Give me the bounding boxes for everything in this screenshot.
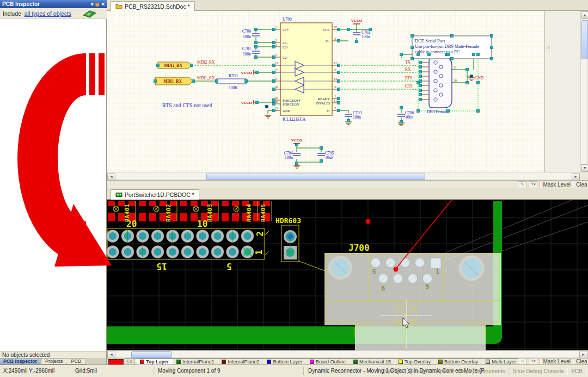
selection-handle[interactable]	[419, 71, 422, 73]
selection-handle[interactable]	[255, 28, 258, 31]
selection-handle[interactable]	[273, 99, 275, 102]
selection-handle[interactable]	[338, 88, 340, 91]
selection-handle[interactable]	[266, 106, 268, 108]
pcb-mask-level-button[interactable]: Mask Level	[543, 359, 571, 364]
selection-handle[interactable]	[419, 94, 422, 96]
selection-handle[interactable]	[400, 121, 403, 123]
selection-handle[interactable]	[256, 71, 259, 74]
panel-tab-pcb[interactable]: PCB	[66, 358, 87, 364]
panel-button-pcb[interactable]: PCB	[568, 368, 586, 374]
selection-handle[interactable]	[411, 58, 414, 60]
selection-handle[interactable]	[192, 80, 195, 83]
selection-handle[interactable]	[447, 110, 450, 113]
selection-handle[interactable]	[451, 58, 454, 60]
panel-tab-projects[interactable]: Projects	[40, 358, 68, 364]
pcb-scroll-left-icon[interactable]: ◄	[107, 351, 115, 359]
selection-handle[interactable]	[400, 107, 403, 109]
selection-handle[interactable]	[273, 41, 275, 44]
selection-handle[interactable]	[491, 46, 493, 49]
selection-handle[interactable]	[477, 53, 480, 56]
selection-handle[interactable]	[451, 35, 454, 38]
note-text-frame[interactable]: DCE Serial PortUse pin-for-pin DB9 Male-…	[412, 36, 492, 59]
panel-button-design-compiler[interactable]: Design Compiler	[407, 368, 454, 374]
selection-handle[interactable]	[320, 160, 323, 163]
selection-handle[interactable]	[191, 64, 193, 67]
include-scope-link[interactable]: all types of objects	[24, 10, 71, 17]
selection-handle[interactable]	[273, 80, 275, 83]
selection-handle[interactable]	[466, 82, 469, 84]
sch-document-tab[interactable]: PCB_RS2321D.SchDoc *	[111, 1, 195, 11]
selection-handle[interactable]	[255, 46, 258, 48]
selection-handle[interactable]	[419, 75, 422, 78]
selection-handle[interactable]	[338, 102, 340, 104]
selection-handle[interactable]	[447, 53, 450, 56]
selection-handle[interactable]	[245, 80, 248, 83]
panel-button-instruments[interactable]: Instruments	[473, 368, 508, 374]
component-hdr603[interactable]: HDR603	[275, 217, 301, 262]
selection-handle[interactable]	[255, 56, 258, 59]
pcb-clear-button[interactable]: Clear	[576, 359, 587, 364]
selection-handle[interactable]	[428, 53, 431, 56]
selection-handle[interactable]	[338, 71, 340, 74]
pcb-hscroll-thumb[interactable]	[131, 351, 171, 358]
selection-handle[interactable]	[320, 147, 323, 150]
panel-tab-pcb-inspector[interactable]: PCB Inspector	[0, 358, 42, 364]
selection-handle[interactable]	[338, 80, 340, 83]
sch-scroll-down-icon[interactable]: ▼	[581, 164, 588, 172]
selection-handle[interactable]	[419, 66, 422, 69]
selection-handle[interactable]	[338, 97, 340, 100]
selection-handle[interactable]	[338, 64, 340, 67]
selection-handle[interactable]	[338, 109, 340, 112]
schematic-canvas[interactable]: 3U700ICL3221ECA1345131211101618151621781…	[107, 11, 588, 172]
selection-handle[interactable]	[347, 28, 350, 31]
selection-handle[interactable]	[419, 84, 422, 87]
selection-handle[interactable]	[419, 89, 422, 92]
sch-filter-icon[interactable]: Y▾	[529, 181, 537, 188]
header-connector[interactable]: 201015521	[107, 219, 269, 271]
db9-pad-1[interactable]	[431, 258, 441, 268]
selection-handle[interactable]	[338, 28, 340, 31]
panel-button-system[interactable]: System	[381, 368, 405, 374]
selection-handle[interactable]	[419, 80, 422, 83]
selection-handle[interactable]	[347, 120, 350, 122]
sch-mask-level-button[interactable]: Mask Level	[543, 182, 571, 188]
sch-vscrollbar[interactable]: ▲ ▼	[580, 11, 588, 172]
selection-handle[interactable]	[256, 101, 259, 104]
selection-handle[interactable]	[470, 75, 473, 78]
selection-handle[interactable]	[369, 28, 372, 31]
selection-handle[interactable]	[417, 110, 420, 113]
selection-handle[interactable]	[273, 88, 275, 91]
sch-hscrollbar[interactable]: ◄ ►	[107, 172, 580, 180]
selection-handle[interactable]	[273, 46, 275, 48]
selection-handle[interactable]	[491, 58, 493, 60]
selection-handle[interactable]	[356, 40, 358, 43]
selection-handle[interactable]	[273, 103, 275, 106]
selection-handle[interactable]	[273, 56, 275, 59]
selection-handle[interactable]	[411, 35, 414, 38]
selection-handle[interactable]	[273, 28, 275, 31]
sch-vscroll-thumb[interactable]	[581, 20, 588, 59]
selection-handle[interactable]	[157, 64, 160, 67]
selection-handle[interactable]	[411, 46, 414, 49]
pcb-inspector-panel-header[interactable]: PCB Inspector ▾ ◉ ✕	[0, 0, 107, 8]
selection-handle[interactable]	[419, 98, 422, 101]
sch-hscroll-thumb[interactable]	[206, 174, 425, 180]
pcb-hscrollbar[interactable]: ◄ ►	[107, 350, 588, 358]
selection-handle[interactable]	[296, 162, 298, 165]
sch-edit-icon[interactable]: ✎	[518, 181, 526, 188]
pcb-canvas[interactable]: RA401RA402RA403RA404RA405201015521HDR603…	[107, 200, 588, 350]
sch-scroll-up-icon[interactable]: ▲	[581, 11, 588, 19]
pcb-scroll-right-icon[interactable]: ►	[579, 351, 587, 359]
sheet-port-mdi2-rx[interactable]: MDI2_RX	[158, 62, 192, 69]
sheet-port-mdi1-rx[interactable]: MDI1_RX	[155, 77, 193, 85]
selection-handle[interactable]	[477, 82, 480, 84]
selection-handle[interactable]	[338, 40, 340, 42]
selection-handle[interactable]	[273, 64, 275, 67]
panel-close-icon[interactable]: ✕	[101, 2, 105, 7]
ic-u700[interactable]: U700ICL3221ECA13451312111016181516217814…	[274, 17, 339, 122]
sch-scroll-right-icon[interactable]: ►	[572, 173, 580, 181]
selection-handle[interactable]	[419, 61, 422, 64]
panel-button-situs-debug-console[interactable]: Situs Debug Console	[509, 368, 567, 374]
selection-handle[interactable]	[273, 71, 275, 74]
selection-handle[interactable]	[473, 53, 475, 56]
